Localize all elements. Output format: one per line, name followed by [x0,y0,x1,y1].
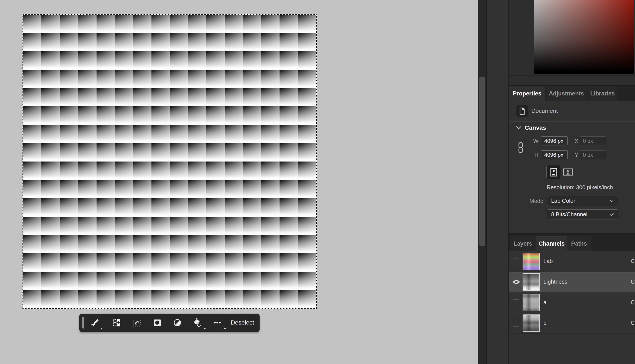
deselect-button[interactable]: Deselect [228,316,257,329]
canvas-tile [115,125,133,143]
canvas-tile [42,290,60,308]
canvas-tile [206,290,224,308]
canvas-tile [152,290,170,308]
document-scrollbar-thumb[interactable] [479,76,485,246]
visibility-checkbox[interactable] [513,320,519,327]
document-icon [519,107,526,115]
visibility-checkbox[interactable] [513,300,519,306]
canvas-tile [78,290,96,308]
canvas-image[interactable] [23,14,316,308]
canvas-tile [224,106,243,125]
canvas-tile [206,14,224,33]
canvas-area[interactable] [23,14,316,308]
canvas-tile [96,70,115,88]
canvas-tile [206,162,224,180]
panel-dock-gutter [487,0,508,364]
canvas-tile [224,125,243,143]
create-mask-button[interactable] [151,316,164,329]
canvas-tile [298,290,316,308]
channel-thumbnail[interactable] [522,273,540,291]
more-options-button[interactable] [211,316,224,329]
tab-properties[interactable]: Properties [509,86,545,101]
canvas-tile [298,272,316,290]
channel-shortcut: Ct [631,299,635,306]
fill-dropdown-arrow-icon[interactable] [203,328,206,330]
canvas-tile [115,106,133,125]
color-mode-select[interactable]: Lab Color [547,196,618,206]
document-workspace: Deselect [0,0,478,364]
canvas-tile [170,51,188,70]
tab-adjustments[interactable]: Adjustments [546,86,587,101]
visibility-checkbox[interactable] [513,258,519,265]
height-input[interactable] [541,150,568,159]
more-options-dropdown-arrow-icon[interactable] [224,328,226,330]
color-picker-field[interactable] [534,0,634,74]
chevron-down-icon[interactable] [516,126,521,130]
canvas-tile [78,125,96,143]
tab-channels[interactable]: Channels [536,236,567,251]
canvas-tile [188,290,206,308]
invert-selection-button[interactable] [171,316,184,329]
channel-thumbnail[interactable] [522,294,540,311]
canvas-tile [298,70,316,88]
canvas-tile [60,180,78,198]
bit-depth-select[interactable]: 8 Bits/Channel [547,209,618,220]
canvas-tile [60,253,78,272]
brush-dropdown-arrow-icon[interactable] [100,328,103,330]
fill-selection-button[interactable] [191,316,204,329]
channel-shortcut: Ct [631,278,635,285]
tab-label: Channels [538,240,565,247]
document-type-button[interactable] [516,105,528,117]
canvas-tile [96,235,115,254]
canvas-tile [206,106,224,125]
eye-icon[interactable] [512,279,520,286]
channel-name: b [544,320,546,326]
properties-panel-body: Document Canvas W X H Y [509,101,635,233]
canvas-tile [115,253,133,272]
canvas-tile [23,272,42,290]
canvas-tile [152,143,170,162]
canvas-tile [60,125,78,143]
canvas-tile [96,143,115,162]
brush-button[interactable] [89,316,101,329]
landscape-orientation-button[interactable] [563,168,573,176]
tab-libraries[interactable]: Libraries [588,86,618,101]
canvas-tile [96,180,115,198]
transform-selection-button[interactable] [130,316,143,329]
expand-selection-button[interactable] [111,316,123,329]
tab-layers[interactable]: Layers [510,236,536,251]
canvas-tile [170,162,188,180]
document-scrollbar-track[interactable] [478,0,486,364]
channel-shortcut: Ct [631,320,635,326]
canvas-tile [224,162,243,180]
canvas-tile [261,235,280,254]
canvas-tile [261,272,280,290]
canvas-tile [188,70,206,88]
drag-handle[interactable] [82,317,84,328]
channel-row-lab[interactable]: Lab Ct [509,251,635,272]
canvas-tile [96,33,115,52]
canvas-tile [42,125,60,143]
channel-row-b[interactable]: b Ct [509,313,635,334]
brush-icon [90,318,100,327]
portrait-orientation-button[interactable] [546,165,561,179]
tab-paths[interactable]: Paths [568,236,590,251]
channel-thumbnail[interactable] [522,253,540,270]
canvas-tile [133,290,151,308]
y-input[interactable] [580,150,606,159]
channel-row-a[interactable]: a Ct [509,292,635,313]
x-input[interactable] [580,136,606,146]
channel-row-lightness[interactable]: Lightness Ct [509,272,635,292]
canvas-tile [23,180,42,198]
channel-thumbnail[interactable] [522,314,540,332]
constrain-proportions-icon[interactable] [518,142,523,154]
canvas-tile [243,162,261,180]
canvas-tile [42,180,60,198]
canvas-tile [152,33,170,52]
width-input[interactable] [541,136,568,146]
canvas-tile [224,217,243,235]
canvas-tile [261,33,280,52]
canvas-tile [60,70,78,88]
canvas-tile [152,70,170,88]
canvas-tile [133,162,151,180]
